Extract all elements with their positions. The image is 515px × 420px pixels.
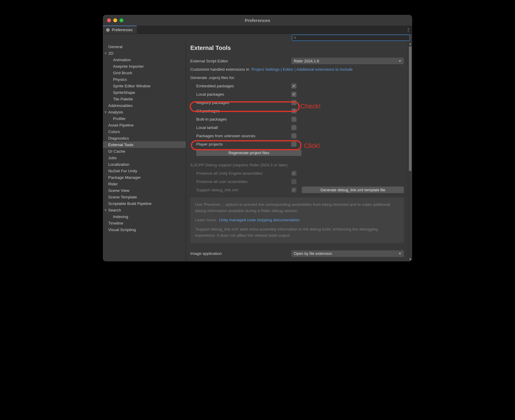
sidebar-item-label: Physics	[113, 77, 127, 82]
sidebar-item-animation[interactable]: Animation	[103, 56, 186, 63]
external-script-editor-dropdown[interactable]: Rider 2024.1.6 ▼	[291, 58, 404, 64]
csproj-option-label: Registry packages	[190, 100, 291, 105]
csproj-player-projects-checkbox[interactable]	[291, 142, 296, 147]
sidebar-item-scene-template[interactable]: Scene Template	[103, 194, 186, 200]
csproj-local-tarball-checkbox[interactable]	[291, 125, 296, 130]
triangle-down-icon: ▼	[104, 209, 108, 212]
sidebar-item-general[interactable]: General	[103, 43, 186, 50]
sidebar-item-label: SpriteShape	[113, 90, 135, 95]
sidebar-item-nuget-for-unity[interactable]: NuGet For Unity	[103, 168, 186, 174]
sidebar-item-label: External Tools	[108, 143, 134, 147]
search-input[interactable]	[297, 36, 408, 40]
gear-icon	[106, 28, 110, 32]
sidebar-item-2d[interactable]: ▼2D	[103, 50, 186, 56]
sidebar-item-localization[interactable]: Localization	[103, 161, 186, 168]
image-application-label: Image application	[190, 251, 291, 256]
sidebar-item-external-tools[interactable]: External Tools	[103, 141, 186, 148]
preferences-window: Preferences Preferences ⋮ General▼2DAnim…	[103, 15, 412, 261]
sidebar-item-label: NuGet For Unity	[108, 169, 137, 173]
kebab-menu-icon[interactable]: ⋮	[404, 26, 412, 34]
csproj-embedded-packages-checkbox[interactable]	[291, 83, 296, 89]
sidebar-item-package-manager[interactable]: Package Manager	[103, 174, 186, 181]
generate-debug-link-button[interactable]: Generate debug_link.xml template file	[302, 187, 404, 193]
il2cpp-option-label: Preserve all Unity Engine assemblies	[190, 171, 291, 176]
sidebar-item-spriteshape[interactable]: SpriteShape	[103, 89, 186, 96]
sidebar-item-visual-scripting[interactable]: Visual Scripting	[103, 226, 186, 233]
sidebar-item-diagnostics[interactable]: Diagnostics	[103, 135, 186, 141]
sidebar-item-label: Visual Scripting	[108, 228, 136, 232]
vertical-scrollbar[interactable]: ▲ ▼	[408, 42, 412, 261]
csproj-registry-packages-checkbox[interactable]	[291, 100, 296, 105]
annotation-click-label: Click!	[304, 142, 320, 150]
csproj-git-packages-checkbox[interactable]	[291, 108, 296, 113]
sidebar-item-label: Sprite Editor Window	[113, 84, 150, 88]
sidebar-item-addressables[interactable]: Addressables	[103, 102, 186, 109]
sidebar-item-scriptable-build-pipeline[interactable]: Scriptable Build Pipeline	[103, 200, 186, 207]
il2cpp-support-debug-link-xml-checkbox[interactable]	[291, 187, 296, 192]
il2cpp-option-label: Support debug_link.xml	[190, 188, 291, 192]
sidebar-item-search[interactable]: ▼Search	[103, 207, 186, 213]
sidebar-item-label: GI Cache	[108, 149, 125, 154]
sidebar-item-scene-view[interactable]: Scene View	[103, 187, 186, 194]
sidebar-item-label: Rider	[108, 182, 118, 186]
csproj-option-label: Git packages	[190, 109, 291, 113]
sidebar-item-aseprite-importer[interactable]: Aseprite Importer	[103, 63, 186, 70]
sidebar-item-physics[interactable]: Physics	[103, 76, 186, 83]
csproj-built-in-packages-checkbox[interactable]	[291, 117, 296, 122]
learn-more-link[interactable]: Unity managed code stripping documentati…	[219, 218, 299, 222]
sidebar-item-asset-pipeline[interactable]: Asset Pipeline	[103, 122, 186, 128]
tab-label: Preferences	[112, 28, 133, 32]
csproj-local-packages-checkbox[interactable]	[291, 92, 296, 97]
sidebar-item-label: Analysis	[108, 110, 123, 114]
sidebar-item-indexing[interactable]: Indexing	[103, 213, 186, 220]
info-box: Use 'Preserve...' options to prevent the…	[190, 198, 404, 243]
image-application-dropdown[interactable]: Open by file extension ▼	[291, 250, 404, 257]
sidebar-item-label: Timeline	[108, 221, 123, 225]
window-title: Preferences	[103, 18, 412, 23]
sidebar-item-label: Tile Palette	[113, 97, 133, 101]
scroll-up-icon[interactable]: ▲	[408, 42, 412, 46]
scroll-down-icon[interactable]: ▼	[408, 257, 412, 261]
triangle-down-icon: ▼	[104, 110, 108, 114]
sidebar-item-label: Package Manager	[108, 175, 141, 180]
customize-ext-link[interactable]: Project Settings | Editor | Additional e…	[252, 67, 353, 72]
sidebar-item-rider[interactable]: Rider	[103, 181, 186, 187]
sidebar-item-jobs[interactable]: Jobs	[103, 154, 186, 161]
csproj-packages-from-unknown-sources-checkbox[interactable]	[291, 133, 296, 138]
sidebar-item-label: Scene View	[108, 188, 129, 193]
sidebar-item-label: Asset Pipeline	[108, 123, 134, 127]
sidebar-item-colors[interactable]: Colors	[103, 128, 186, 135]
csproj-option-label: Built-in packages	[190, 117, 291, 121]
regenerate-project-files-button[interactable]: Regenerate project files	[196, 149, 302, 156]
csproj-option-label: Embedded packages	[190, 84, 291, 88]
sidebar-item-analysis[interactable]: ▼Analysis	[103, 109, 186, 115]
csproj-option-label: Local tarball	[190, 125, 291, 130]
customize-ext-label: Customize handled extensions in	[190, 67, 249, 72]
sidebar-item-profiler[interactable]: Profiler	[103, 115, 186, 122]
tab-preferences[interactable]: Preferences	[103, 26, 137, 34]
sidebar-item-gi-cache[interactable]: GI Cache	[103, 148, 186, 154]
sidebar-item-timeline[interactable]: Timeline	[103, 220, 186, 226]
sidebar-item-sprite-editor-window[interactable]: Sprite Editor Window	[103, 83, 186, 89]
sidebar-item-tile-palette[interactable]: Tile Palette	[103, 96, 186, 102]
scroll-thumb[interactable]	[409, 46, 412, 171]
il2cpp-option-label: Preserve all user assemblies	[190, 179, 291, 184]
sidebar-item-label: 2D	[108, 51, 113, 56]
triangle-down-icon: ▼	[104, 52, 108, 55]
sidebar-item-label: Colors	[108, 130, 120, 134]
sidebar-item-label: Profiler	[113, 116, 126, 121]
csproj-option-label: Local packages	[190, 92, 291, 97]
search-box[interactable]	[292, 35, 410, 41]
tabbar: Preferences ⋮	[103, 26, 412, 34]
sidebar-item-label: Addressables	[108, 103, 133, 108]
csproj-option-label: Player projects	[190, 142, 291, 146]
chevron-down-icon: ▼	[398, 252, 401, 255]
annotation-check-label: Check!	[300, 102, 321, 110]
sidebar-item-label: Localization	[108, 162, 129, 167]
chevron-down-icon: ▼	[398, 59, 401, 63]
sidebar-item-grid-brush[interactable]: Grid Brush	[103, 70, 186, 76]
il2cpp-preserve-all-user-assemblies-checkbox[interactable]	[291, 179, 296, 184]
il2cpp-preserve-all-unity-engine-assemblies-checkbox[interactable]	[291, 171, 296, 176]
csproj-option-label: Packages from unknown sources	[190, 134, 291, 138]
il2cpp-section-label: IL2CPP Debug support (requires Rider 202…	[190, 163, 288, 167]
